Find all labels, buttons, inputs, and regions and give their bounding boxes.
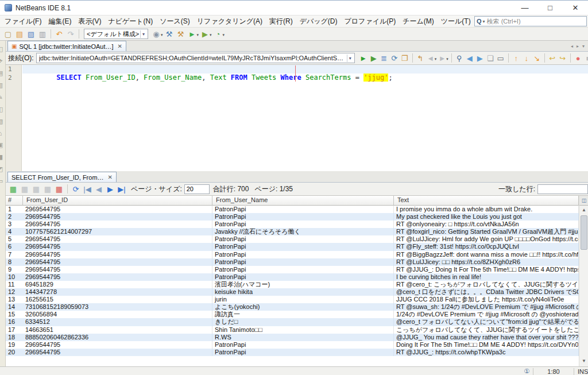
- run-sql-icon[interactable]: ►: [358, 53, 369, 63]
- web-globe-icon[interactable]: ◉: [150, 29, 162, 39]
- find-forward-icon[interactable]: ▶: [475, 53, 485, 63]
- redo-icon[interactable]: ↷: [65, 29, 76, 39]
- clean-build-icon[interactable]: ⚒: [175, 29, 187, 39]
- tab-list-icon[interactable]: ▾: [582, 44, 585, 49]
- new-snippet-icon[interactable]: ❐: [400, 53, 410, 63]
- notification-icon[interactable]: ①: [524, 368, 529, 375]
- connection-combobox[interactable]: jdbc:twitter:InitiateOAuth=GETANDREFRESH…: [36, 53, 355, 63]
- side-toolbar-icon[interactable]: ▣: [0, 141, 5, 149]
- move-element-icon[interactable]: ↘: [532, 53, 542, 63]
- debug-project-icon[interactable]: ▶: [199, 29, 211, 39]
- first-page-icon[interactable]: |◀: [82, 184, 93, 194]
- table-row[interactable]: 72969544795PatronPapiRT @BiggBagzzJeff: …: [6, 251, 579, 258]
- build-project-icon[interactable]: ⚒: [164, 29, 175, 39]
- new-project-icon[interactable]: ▤: [14, 29, 25, 39]
- column-header-text[interactable]: Text: [394, 196, 579, 206]
- table-row[interactable]: 12969544795PatronPapiI promise you imma …: [6, 206, 579, 213]
- column-header-from-user-id[interactable]: From_User_ID: [23, 196, 212, 206]
- run-statement-icon[interactable]: ▶: [369, 53, 379, 63]
- table-row[interactable]: 92969544795PatronPapiRT @JJUG_: Doing It…: [6, 266, 579, 273]
- column-header--[interactable]: #: [6, 196, 23, 206]
- delete-record-icon[interactable]: ▦: [19, 184, 30, 194]
- chevron-down-icon[interactable]: ▾: [161, 33, 163, 37]
- menu-item-1[interactable]: 編集(E): [45, 16, 75, 28]
- stop-macro-icon[interactable]: ■: [583, 53, 588, 63]
- find-icon[interactable]: ⚲: [454, 53, 465, 63]
- table-row[interactable]: 15326056894諏訪真一1/24の #DevLOVE Premium で …: [6, 311, 579, 318]
- table-row[interactable]: 82969544795PatronPapiRT @LulJJicey: □□ h…: [6, 258, 579, 266]
- menu-item-2[interactable]: 表示(V): [75, 16, 105, 28]
- tab-scroll-left-icon[interactable]: ◂: [571, 44, 573, 49]
- move-down-icon[interactable]: ↓: [521, 53, 532, 63]
- table-row[interactable]: 18888502060462862336R.WS@JJUG_ You mad c…: [6, 334, 579, 341]
- table-row[interactable]: 166334512きしだ□@cero_t フォロバしてない人について"from:…: [6, 318, 579, 326]
- table-row[interactable]: 14731068152189059073よこち(yokochi)RT @suwa…: [6, 303, 579, 311]
- truncate-table-icon[interactable]: ▦: [53, 184, 65, 194]
- menu-item-6[interactable]: 実行(R): [266, 16, 296, 28]
- page-size-input[interactable]: [184, 184, 210, 194]
- side-toolbar-icon[interactable]: ◨: [0, 153, 5, 161]
- column-header-from-user-name[interactable]: From_User_Name: [212, 196, 394, 206]
- table-row[interactable]: 202969544795PatronPapiRT @JJUG_: https:/…: [6, 349, 579, 356]
- table-row[interactable]: 1169451829濱田孝治(ハマコー)RT @cero_t: こっちがフォロバ…: [6, 281, 579, 288]
- side-toolbar-icon[interactable]: ▧: [0, 118, 5, 125]
- menu-item-9[interactable]: チーム(M): [399, 16, 438, 28]
- menu-item-7[interactable]: デバッグ(D): [296, 16, 341, 28]
- chevron-down-icon[interactable]: ▾: [140, 30, 146, 38]
- tab-result[interactable]: SELECT From_User_ID, From… ✕: [7, 172, 117, 182]
- cancel-edits-icon[interactable]: ▦: [42, 184, 53, 194]
- tab-close-icon[interactable]: ✕: [108, 174, 113, 180]
- record-macro-icon[interactable]: ●: [573, 53, 583, 63]
- side-toolbar-icon[interactable]: ◫: [0, 106, 5, 113]
- table-row[interactable]: 1316255615jurinJJUG CCC 2018 Fallに参加しました…: [6, 296, 579, 303]
- open-project-icon[interactable]: ▧: [25, 29, 37, 39]
- table-row[interactable]: 12144347278keisuke hikita@cero_t 口をださずには…: [6, 288, 579, 296]
- table-settings-icon[interactable]: ◫: [579, 196, 588, 206]
- scroll-down-icon[interactable]: ▼: [579, 357, 588, 365]
- chevron-down-icon[interactable]: ▾: [223, 33, 225, 37]
- matched-rows-input[interactable]: [537, 184, 588, 194]
- sql-code-line-1[interactable]: SELECT From_User_ID, From_User_Name, Tex…: [22, 65, 588, 74]
- table-row[interactable]: 192969544795PatronPapiDoing It For The 5…: [6, 341, 579, 349]
- export-result-icon[interactable]: ↰: [415, 53, 425, 63]
- table-row[interactable]: 41077575621214007297Javakky //流石にそろそろ働くR…: [6, 228, 579, 235]
- run-project-icon[interactable]: ►: [187, 29, 198, 39]
- scroll-up-icon[interactable]: ▲: [579, 206, 588, 214]
- minimize-button[interactable]: —: [512, 1, 537, 15]
- chevron-down-icon[interactable]: ▾: [197, 33, 199, 37]
- tab-scroll-right-icon[interactable]: ▸: [577, 44, 579, 49]
- find-back-icon[interactable]: ◀: [465, 53, 475, 63]
- tab-close-icon[interactable]: ✕: [118, 43, 122, 49]
- side-toolbar-icon[interactable]: ⌂: [0, 130, 5, 137]
- side-toolbar-icon[interactable]: ▤: [0, 69, 5, 77]
- menu-item-5[interactable]: リファクタリング(A): [194, 16, 266, 28]
- maximize-button[interactable]: □: [537, 1, 563, 15]
- table-scrollbar[interactable]: ◫ ▲ ▼: [579, 196, 588, 366]
- chevron-down-icon[interactable]: ▾: [446, 57, 448, 61]
- configuration-select[interactable]: <デフォルト構成>▾: [84, 29, 148, 39]
- table-row[interactable]: 52969544795PatronPapiRT @LulJJicey: Hml …: [6, 235, 579, 243]
- duplicate-line-icon[interactable]: ❏: [485, 53, 496, 63]
- table-row[interactable]: 32969544795PatronPapiRT @onlyoneairy: □ …: [6, 221, 579, 228]
- close-button[interactable]: ✕: [563, 1, 588, 15]
- menu-item-10[interactable]: ツール(T): [438, 16, 474, 28]
- table-row[interactable]: 1714663651Shin Tanimoto□□こっちがフォロバしてなくて、J…: [6, 326, 579, 334]
- chevron-down-icon[interactable]: ▾: [210, 33, 212, 37]
- new-file-icon[interactable]: ▢: [2, 29, 14, 39]
- next-page-icon[interactable]: ▶: [105, 184, 116, 194]
- rect-select-icon[interactable]: ▭: [496, 53, 506, 63]
- menu-item-4[interactable]: ソース(S): [156, 16, 194, 28]
- scrollbar-thumb[interactable]: [581, 215, 587, 250]
- last-page-icon[interactable]: ▶|: [116, 184, 127, 194]
- side-toolbar-icon[interactable]: ✎: [0, 94, 5, 101]
- shift-right-icon[interactable]: ↪: [558, 53, 568, 63]
- sql-editor[interactable]: 1 2 SELECT From_User_ID, From_User_Name,…: [6, 65, 588, 171]
- commit-record-icon[interactable]: ▦: [30, 184, 42, 194]
- execution-history-icon[interactable]: ⟳: [389, 53, 400, 63]
- table-row[interactable]: 102969544795PatronPapiI be curving bitch…: [6, 273, 579, 281]
- save-all-icon[interactable]: ▥: [37, 29, 48, 39]
- side-toolbar-icon[interactable]: ▥: [0, 82, 5, 89]
- table-row[interactable]: 62969544795PatronPapiRT @Fly_steff: 31st…: [6, 243, 579, 250]
- side-toolbar-icon[interactable]: ◩: [0, 165, 5, 173]
- insert-record-icon[interactable]: ▦: [7, 184, 19, 194]
